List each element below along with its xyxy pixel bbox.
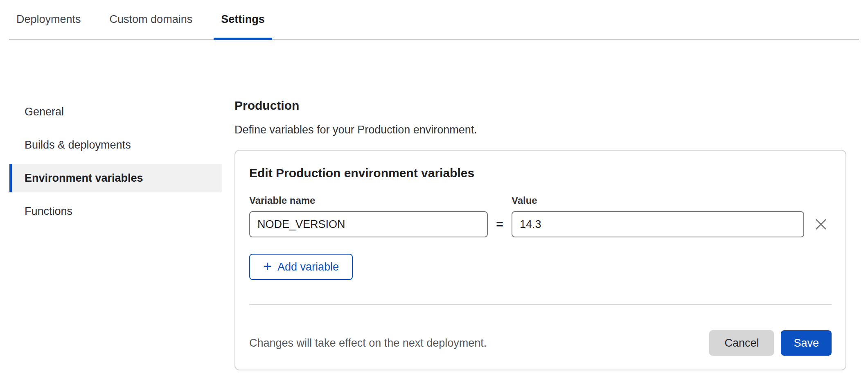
sidebar-item-builds-deployments[interactable]: Builds & deployments [9, 131, 222, 159]
section-description: Define variables for your Production env… [234, 122, 846, 137]
section-title: Production [234, 98, 846, 113]
settings-sidebar: General Builds & deployments Environment… [9, 97, 222, 230]
card-divider [249, 304, 832, 305]
edit-variables-card: Edit Production environment variables Va… [234, 150, 846, 370]
sidebar-item-environment-variables[interactable]: Environment variables [9, 164, 222, 192]
settings-layout: General Builds & deployments Environment… [0, 40, 868, 370]
sidebar-item-general[interactable]: General [9, 97, 222, 126]
close-x-icon [815, 218, 827, 230]
sidebar-item-functions[interactable]: Functions [9, 197, 222, 226]
page-tabs: Deployments Custom domains Settings [9, 0, 859, 40]
add-variable-button[interactable]: + Add variable [249, 254, 353, 280]
variable-name-input[interactable] [249, 211, 488, 237]
variable-row: Variable name Value = [249, 195, 832, 237]
environment-variables-panel: Production Define variables for your Pro… [234, 40, 846, 370]
remove-variable-button[interactable] [813, 216, 829, 232]
cancel-button[interactable]: Cancel [709, 330, 774, 356]
card-title: Edit Production environment variables [249, 166, 832, 180]
value-label: Value [512, 195, 804, 211]
variable-name-label: Variable name [249, 195, 488, 211]
tab-custom-domains[interactable]: Custom domains [102, 0, 200, 39]
footer-actions: Cancel Save [709, 330, 832, 356]
tab-deployments[interactable]: Deployments [9, 0, 88, 39]
deployment-note: Changes will take effect on the next dep… [249, 337, 487, 350]
variable-value-input[interactable] [512, 211, 804, 237]
save-button[interactable]: Save [781, 330, 832, 356]
plus-icon: + [263, 259, 272, 274]
tab-settings[interactable]: Settings [214, 0, 272, 39]
add-variable-label: Add variable [277, 261, 339, 273]
card-footer: Changes will take effect on the next dep… [249, 330, 832, 356]
equals-sign: = [488, 217, 512, 231]
